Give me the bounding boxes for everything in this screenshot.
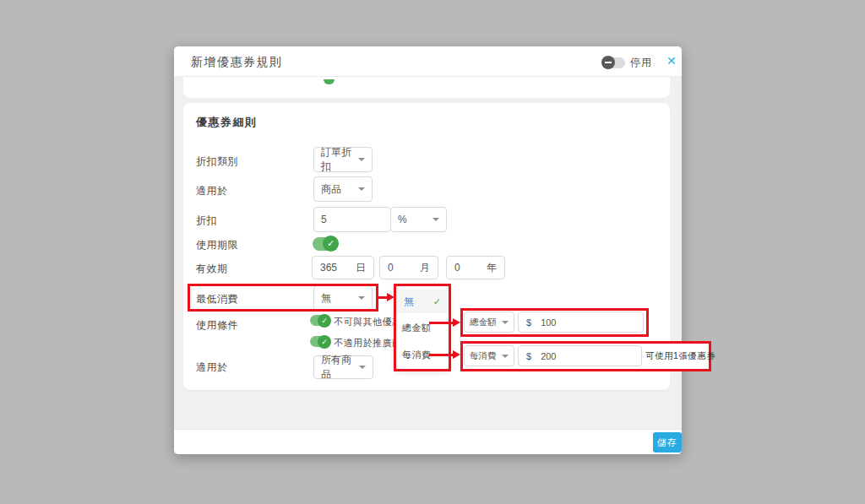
scrolled-card-partial (183, 77, 670, 98)
toggle-knob (601, 56, 615, 69)
chevron-down-icon (358, 187, 365, 191)
annotation-arrow-head (453, 318, 460, 327)
validity-years-unit: 年 (487, 261, 497, 275)
validity-days-input[interactable]: 365 日 (312, 256, 374, 279)
chevron-down-icon (432, 218, 439, 221)
apply-to-products-select[interactable]: 所有商品 (313, 355, 373, 379)
status-toggle-label: 停用 (630, 56, 652, 70)
apply-to-label: 適用於 (196, 184, 228, 198)
apply-to-value: 商品 (321, 182, 341, 197)
annotation-box-total-amount: 總金額 $ 100 (460, 308, 649, 337)
section-title: 優惠券細則 (196, 115, 258, 130)
total-amount-value: 100 (541, 317, 556, 328)
validity-days-value: 365 (320, 262, 337, 274)
add-coupon-rule-modal: 新增優惠券規則 停用 ✕ 優惠券細則 折扣類別 訂單折扣 (174, 46, 682, 454)
per-spend-input[interactable]: $ 200 (518, 345, 642, 366)
per-spend-note: 可使用1張優惠券 (645, 350, 715, 362)
minus-icon (605, 62, 612, 63)
currency-symbol: $ (526, 351, 531, 361)
apply-to-products-value: 所有商品 (321, 353, 359, 382)
check-icon: ✓ (318, 314, 331, 328)
close-icon[interactable]: ✕ (666, 54, 677, 68)
chevron-down-icon (359, 366, 366, 369)
partial-toggle-icon[interactable] (324, 79, 335, 84)
annotation-arrow-head (387, 293, 394, 301)
condition1-toggle[interactable]: ✓ (310, 315, 330, 326)
total-amount-select-value: 總金額 (470, 317, 497, 328)
validity-days-unit: 日 (356, 261, 366, 275)
annotation-box-per-spend: 每消費 $ 200 可使用1張優惠券 (460, 341, 711, 371)
discount-category-value: 訂單折扣 (321, 145, 358, 174)
currency-symbol: $ (526, 317, 531, 328)
modal-header: 新增優惠券規則 停用 ✕ (174, 46, 682, 77)
discount-unit-value: % (398, 214, 407, 225)
usage-conditions-label: 使用條件 (196, 318, 238, 333)
validity-months-input[interactable]: 0 月 (379, 256, 438, 279)
check-icon: ✓ (323, 236, 339, 252)
total-amount-input[interactable]: $ 100 (518, 312, 644, 333)
annotation-arrow-line (429, 354, 454, 356)
page-overlay: 新增優惠券規則 停用 ✕ 優惠券細則 折扣類別 訂單折扣 (0, 0, 865, 504)
annotation-arrow-line (429, 322, 454, 324)
validity-years-value: 0 (454, 262, 460, 274)
validity-label: 有效期 (196, 262, 228, 276)
discount-input[interactable]: 5 (313, 207, 391, 232)
annotation-arrow-head (453, 350, 460, 359)
status-toggle[interactable] (602, 57, 625, 68)
usage-period-toggle[interactable]: ✓ (313, 237, 338, 251)
usage-period-label: 使用期限 (196, 238, 238, 252)
chevron-down-icon (502, 355, 509, 358)
apply-to-select[interactable]: 商品 (313, 176, 373, 202)
total-amount-select[interactable]: 總金額 (464, 312, 514, 333)
annotation-box-menu (394, 284, 451, 371)
annotation-box-min-spend (188, 284, 378, 312)
check-icon: ✓ (318, 335, 331, 349)
validity-years-input[interactable]: 0 年 (446, 256, 505, 279)
per-spend-select-value: 每消費 (470, 350, 497, 362)
condition2-toggle[interactable]: ✓ (310, 336, 330, 347)
per-spend-value: 200 (541, 351, 556, 361)
modal-footer: 儲存 (174, 429, 682, 454)
apply-to-products-label: 適用於 (196, 360, 228, 375)
discount-category-select[interactable]: 訂單折扣 (313, 147, 373, 172)
chevron-down-icon (358, 158, 365, 161)
modal-title: 新增優惠券規則 (191, 55, 283, 70)
condition2-label: 不適用於推廣商 (334, 337, 402, 350)
per-spend-select[interactable]: 每消費 (464, 345, 514, 366)
validity-months-unit: 月 (420, 261, 430, 275)
discount-category-label: 折扣類別 (196, 154, 238, 169)
discount-unit-select[interactable]: % (390, 207, 447, 232)
discount-label: 折扣 (196, 214, 217, 228)
validity-months-value: 0 (388, 262, 394, 274)
chevron-down-icon (502, 321, 509, 324)
save-button[interactable]: 儲存 (653, 432, 682, 453)
modal-body: 優惠券細則 折扣類別 訂單折扣 適用於 商品 折扣 5 % (174, 77, 682, 429)
condition1-label: 不可與其他優惠 (334, 316, 402, 328)
